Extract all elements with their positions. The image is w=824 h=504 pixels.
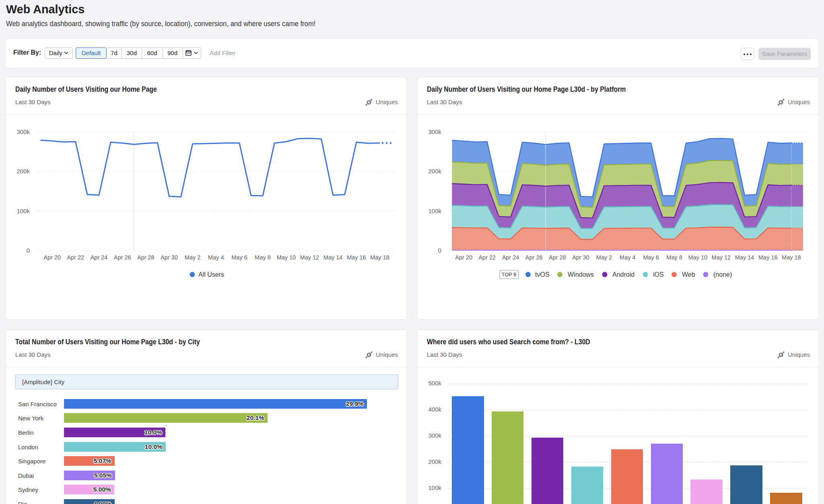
svg-text:May 12: May 12	[712, 254, 731, 261]
svg-text:Apr 22: Apr 22	[478, 254, 496, 261]
svg-text:May 4: May 4	[620, 254, 636, 261]
svg-text:Android: Android	[612, 271, 634, 278]
svg-text:May 16: May 16	[758, 254, 778, 261]
svg-text:iOS: iOS	[653, 271, 664, 278]
svg-text:May 8: May 8	[255, 254, 271, 261]
svg-text:Apr 20: Apr 20	[455, 254, 472, 261]
svg-text:Apr 24: Apr 24	[91, 254, 108, 261]
svg-text:Apr 30: Apr 30	[161, 254, 178, 261]
svg-text:Apr 24: Apr 24	[502, 254, 519, 261]
svg-text:Web: Web	[682, 271, 695, 278]
svg-text:300k: 300k	[16, 128, 30, 135]
svg-text:May 14: May 14	[323, 254, 343, 261]
svg-text:May 18: May 18	[370, 254, 389, 261]
svg-text:May 10: May 10	[688, 254, 708, 261]
svg-text:Apr 30: Apr 30	[572, 254, 589, 261]
svg-text:May 10: May 10	[277, 254, 296, 261]
svg-text:tvOS: tvOS	[535, 271, 550, 278]
svg-text:May 8: May 8	[666, 254, 682, 261]
svg-text:May 2: May 2	[596, 254, 612, 261]
svg-text:100k: 100k	[16, 208, 30, 214]
svg-text:May 14: May 14	[735, 254, 754, 261]
svg-text:Apr 20: Apr 20	[43, 254, 61, 261]
svg-text:200k: 200k	[16, 168, 30, 175]
svg-text:May 4: May 4	[208, 254, 224, 261]
svg-text:100k: 100k	[428, 208, 441, 214]
svg-text:Windows: Windows	[568, 271, 594, 278]
svg-text:Apr 26: Apr 26	[114, 254, 131, 261]
svg-text:May 12: May 12	[300, 254, 319, 261]
svg-text:Apr 28: Apr 28	[137, 254, 154, 261]
svg-text:May 18: May 18	[782, 254, 801, 261]
svg-text:200k: 200k	[428, 168, 441, 175]
svg-text:May 6: May 6	[643, 254, 659, 261]
svg-text:May 6: May 6	[231, 254, 247, 261]
svg-text:TOP 6: TOP 6	[501, 272, 516, 278]
svg-text:Apr 28: Apr 28	[549, 254, 566, 261]
svg-text:All Users: All Users	[198, 271, 224, 278]
svg-text:0: 0	[27, 247, 30, 254]
svg-text:Apr 22: Apr 22	[67, 254, 84, 261]
svg-text:(none): (none)	[713, 271, 732, 278]
svg-text:0: 0	[438, 247, 441, 254]
svg-text:300k: 300k	[428, 128, 441, 135]
svg-text:Apr 26: Apr 26	[525, 254, 543, 261]
svg-text:May 2: May 2	[185, 254, 201, 261]
svg-text:May 16: May 16	[347, 254, 366, 261]
